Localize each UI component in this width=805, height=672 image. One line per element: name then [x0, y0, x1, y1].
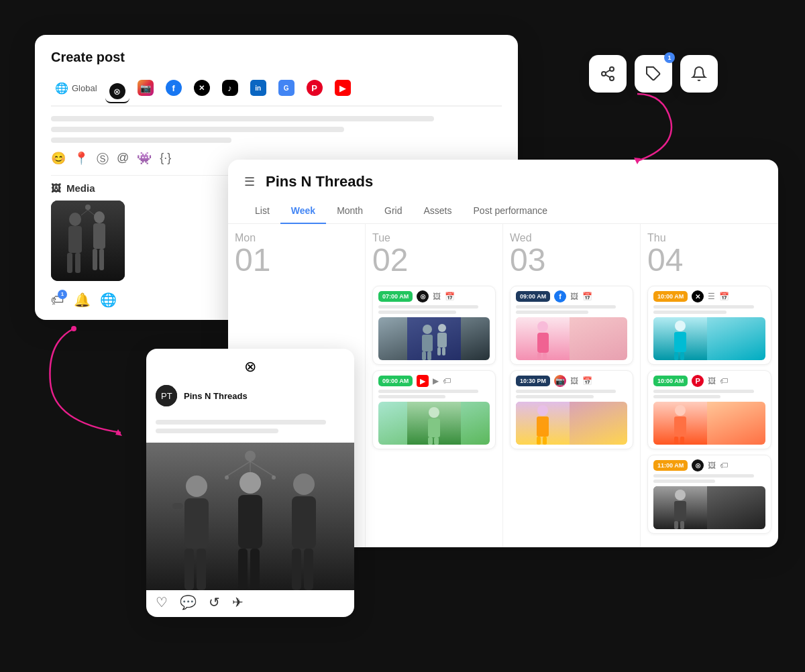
svg-rect-7 — [93, 223, 105, 249]
svg-text:PT: PT — [161, 391, 172, 401]
tab-youtube[interactable]: ▶ — [331, 77, 355, 99]
bell-float-button[interactable] — [680, 55, 718, 93]
bell-icon[interactable]: 🔔 — [74, 292, 91, 308]
post-card-tue-1[interactable]: 07:00 AM ⊗ 🖼 📅 — [372, 286, 496, 365]
svg-rect-75 — [172, 503, 183, 509]
code-icon[interactable]: {·} — [160, 151, 171, 167]
tab-month[interactable]: Month — [326, 199, 374, 224]
send-icon[interactable]: ✈ — [232, 594, 244, 610]
emoji-smiley-icon[interactable]: 😊 — [51, 151, 66, 167]
svg-rect-9 — [99, 249, 104, 270]
svg-rect-1 — [51, 201, 125, 281]
share-float-button[interactable] — [589, 55, 627, 93]
calendar-tabs: List Week Month Grid Assets Post perform… — [228, 199, 778, 224]
post-text-line-2 — [51, 127, 344, 132]
threads-header: ⊗ — [146, 349, 354, 381]
svg-line-17 — [606, 70, 610, 73]
post-line-2 — [653, 395, 720, 398]
media-thumbnail[interactable] — [51, 201, 125, 281]
svg-point-10 — [85, 205, 91, 210]
heart-icon[interactable]: ♡ — [156, 594, 168, 610]
threads-username: Pins N Threads — [184, 391, 248, 401]
post-card-wed-1[interactable]: 09:00 AM f 🖼 📅 — [510, 286, 633, 365]
tab-assets[interactable]: Assets — [413, 199, 463, 224]
svg-rect-57 — [674, 501, 686, 521]
tab-post-performance[interactable]: Post performance — [463, 199, 559, 224]
create-post-title: Create post — [51, 50, 502, 65]
svg-point-46 — [675, 321, 686, 331]
post-card-thu-2[interactable]: 10:00 AM P 🖼 🏷 — [647, 370, 771, 449]
post-line-2 — [653, 480, 715, 483]
copyright-icon[interactable]: Ⓢ — [97, 151, 109, 167]
svg-rect-47 — [674, 332, 686, 352]
post-card-wed-2[interactable]: 10:30 PM 📷 🖼 📅 — [510, 370, 633, 449]
day-num-mon: 01 — [235, 244, 358, 276]
post-line-1 — [516, 390, 616, 393]
post-image-thu-2 — [653, 402, 765, 445]
tag-float-badge: 1 — [664, 52, 675, 63]
post-card-header: 07:00 AM ⊗ 🖼 📅 — [378, 290, 490, 302]
post-line-1 — [653, 390, 754, 393]
tab-linkedin[interactable]: in — [246, 77, 270, 99]
svg-rect-32 — [428, 418, 440, 437]
svg-line-16 — [606, 75, 610, 78]
time-badge: 10:00 AM — [653, 291, 688, 302]
repost-icon[interactable]: ↺ — [209, 594, 220, 610]
time-badge: 09:00 AM — [516, 291, 550, 302]
tab-grid[interactable]: Grid — [374, 199, 413, 224]
hamburger-icon[interactable]: ☰ — [244, 174, 255, 189]
time-badge: 11:00 AM — [653, 460, 688, 471]
comment-icon[interactable]: 💬 — [180, 594, 197, 610]
threads-profile: PT Pins N Threads — [146, 381, 354, 413]
tab-google[interactable]: G — [274, 77, 299, 99]
svg-point-56 — [675, 490, 686, 500]
location-icon[interactable]: 📍 — [74, 151, 89, 167]
globe-icon[interactable]: 🌐 — [100, 292, 117, 308]
tag-float-button[interactable]: 1 — [635, 55, 672, 93]
tab-pinterest[interactable]: P — [303, 77, 327, 99]
post-image-thu-1 — [653, 317, 765, 360]
ghost-icon[interactable]: 👾 — [137, 151, 152, 167]
svg-point-51 — [675, 405, 686, 416]
tab-list[interactable]: List — [244, 199, 280, 224]
svg-rect-73 — [184, 549, 194, 590]
post-card-tue-2[interactable]: 09:00 AM ▶ ▶ 🏷 — [372, 370, 496, 449]
threads-text-2 — [156, 429, 278, 433]
threads-preview-panel: ⊗ PT Pins N Threads — [146, 349, 354, 617]
calendar-icon: 📅 — [445, 292, 455, 301]
svg-point-41 — [537, 405, 548, 416]
tab-x[interactable]: ✕ — [190, 77, 214, 99]
tab-facebook[interactable]: f — [162, 77, 186, 99]
post-card-thu-3[interactable]: 11:00 AM ⊗ 🖼 🏷 — [647, 455, 771, 534]
youtube-icon: ▶ — [417, 375, 429, 387]
svg-point-13 — [610, 67, 614, 71]
stamp-icon: 🏷 — [720, 461, 728, 470]
threads-avatar: PT — [156, 385, 177, 406]
post-line-2 — [516, 395, 594, 398]
svg-rect-34 — [434, 437, 439, 445]
gallery-icon: 🖼 — [433, 292, 441, 301]
svg-point-68 — [225, 475, 229, 480]
svg-rect-52 — [674, 416, 686, 437]
tab-week[interactable]: Week — [280, 199, 326, 224]
post-line-1 — [653, 474, 754, 478]
svg-point-80 — [293, 473, 315, 495]
tab-global[interactable]: 🌐 Global — [51, 79, 101, 97]
svg-point-64 — [245, 451, 256, 461]
gallery-icon: 🖼 — [570, 376, 578, 386]
post-text-line-3 — [51, 137, 231, 143]
calendar-icon: 📅 — [582, 292, 592, 301]
svg-rect-83 — [304, 549, 313, 590]
svg-rect-20 — [407, 317, 461, 360]
post-card-header: 09:00 AM f 🖼 📅 — [516, 290, 627, 302]
tab-threads[interactable]: ⊗ — [105, 80, 129, 103]
svg-rect-5 — [75, 253, 80, 273]
tab-tiktok[interactable]: ♪ — [218, 77, 242, 99]
tag-icon-badge[interactable]: 🏷 1 — [51, 292, 64, 308]
svg-rect-42 — [537, 416, 549, 437]
post-card-thu-1[interactable]: 10:00 AM ✕ ☰ 📅 — [647, 286, 771, 365]
tab-instagram[interactable]: 📷 — [133, 77, 158, 99]
calendar-icon: 📅 — [719, 292, 729, 301]
mention-icon[interactable]: @ — [117, 151, 129, 167]
svg-rect-78 — [238, 549, 248, 590]
